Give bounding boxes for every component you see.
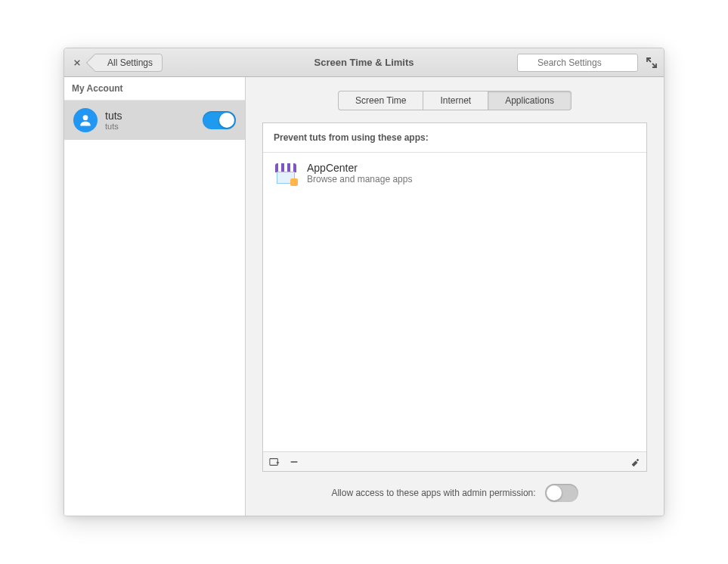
search-box [517,54,638,72]
avatar-icon [73,108,98,132]
app-list: AppCenter Browse and manage apps [263,153,646,451]
tab-screen-time[interactable]: Screen Time [338,91,423,110]
panel-footer [263,451,646,471]
tab-applications[interactable]: Applications [488,91,572,110]
admin-access-label: Allow access to these apps with admin pe… [331,488,535,498]
close-icon[interactable] [70,56,84,70]
admin-access-row: Allow access to these apps with admin pe… [262,484,647,502]
back-label: All Settings [107,57,153,68]
admin-access-toggle[interactable] [545,484,578,502]
app-row[interactable]: AppCenter Browse and manage apps [263,153,646,195]
page-title: Screen Time & Limits [314,57,414,68]
sidebar: My Account tuts tuts [64,77,246,516]
account-subtitle: tuts [105,122,203,131]
svg-rect-3 [270,458,278,465]
app-description: Browse and manage apps [307,174,412,184]
search-input[interactable] [517,54,638,72]
app-name: AppCenter [307,162,412,174]
account-name: tuts [105,110,203,122]
account-text: tuts tuts [105,110,203,131]
apps-panel: Prevent tuts from using these apps: AppC… [262,122,647,472]
maximize-icon[interactable] [646,57,658,69]
clear-all-icon[interactable] [630,457,640,467]
sidebar-heading: My Account [64,77,245,101]
svg-point-2 [83,115,88,120]
tab-internet[interactable]: Internet [423,91,488,110]
tabs: Screen Time Internet Applications [338,91,572,110]
remove-app-icon[interactable] [289,457,299,467]
main-panel: Screen Time Internet Applications Preven… [246,77,664,516]
settings-window: All Settings Screen Time & Limits My Acc… [64,48,664,516]
back-all-settings-button[interactable]: All Settings [93,54,163,72]
content: My Account tuts tuts Screen Time Interne… [64,77,664,516]
titlebar: All Settings Screen Time & Limits [64,48,664,77]
add-app-icon[interactable] [269,457,280,467]
account-row[interactable]: tuts tuts [64,101,245,140]
app-text: AppCenter Browse and manage apps [307,162,412,184]
appcenter-icon [274,162,298,186]
account-toggle[interactable] [203,111,236,129]
panel-header: Prevent tuts from using these apps: [263,123,646,153]
